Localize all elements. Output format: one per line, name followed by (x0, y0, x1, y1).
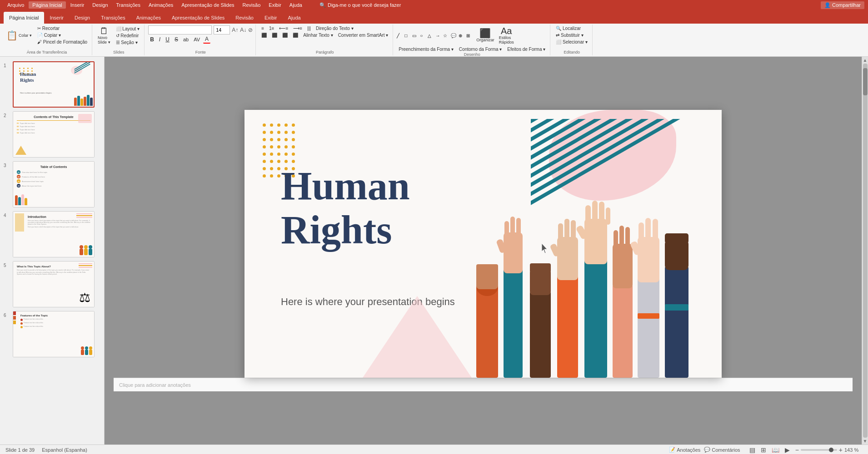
svg-rect-25 (599, 202, 604, 225)
zoom-slider[interactable] (801, 449, 837, 451)
tab-animacoes[interactable]: Animações (131, 12, 166, 24)
shape-rounded[interactable]: ▭ (412, 33, 419, 38)
shape-callout[interactable]: 💬 (451, 33, 458, 38)
increase-indent-button[interactable]: ⟶≡ (291, 25, 304, 31)
outline-button[interactable]: Contorno da Forma ▾ (457, 46, 504, 52)
slide-thumb-6[interactable]: 6 Features of the Topic Feature text her… (0, 310, 104, 358)
new-slide-button[interactable]: 🗒 NovoSlide ▾ (96, 25, 112, 45)
tab-exibir[interactable]: Exibir (259, 12, 283, 24)
effects-button[interactable]: Efeitos de Forma ▾ (505, 46, 547, 52)
shape-line[interactable]: ╱ (397, 33, 404, 38)
menu-inserir[interactable]: Inserir (67, 1, 88, 9)
menu-arquivo[interactable]: Arquivo (4, 1, 28, 9)
cut-button[interactable]: ✂ Recortar (35, 25, 89, 31)
shape-rect[interactable]: □ (404, 33, 412, 38)
menu-apresentacao[interactable]: Apresentação de Slides (178, 1, 238, 9)
shape-tri[interactable]: △ (428, 33, 435, 38)
comments-toggle[interactable]: 💬 Comentários (704, 447, 740, 453)
menu-design[interactable]: Design (89, 1, 111, 9)
slide-title[interactable]: Human Rights (281, 164, 410, 252)
svg-rect-33 (625, 227, 630, 248)
strikethrough-button[interactable]: S (173, 36, 180, 43)
bold-button[interactable]: B (148, 36, 156, 43)
slide-thumb-2[interactable]: 2 Contents of This Template 01Topic titl… (0, 110, 104, 158)
zoom-bar: − + 143 % (795, 446, 863, 454)
text-direction-button[interactable]: Direção do Texto ▾ (314, 25, 355, 31)
shadow-button[interactable]: ab (181, 36, 190, 43)
tab-transicoes[interactable]: Transições (95, 12, 130, 24)
menu-revisao[interactable]: Revisão (239, 1, 264, 9)
shape-more[interactable]: ⊕ (459, 33, 466, 38)
share-button[interactable]: 👤 Compartilhar (821, 1, 864, 9)
tab-inserir[interactable]: Inserir (44, 12, 69, 24)
align-right-button[interactable]: ⬛ (280, 32, 289, 38)
shape-extra[interactable]: ⊞ (466, 33, 474, 38)
align-text-button[interactable]: Alinhar Texto ▾ (301, 32, 334, 38)
arrange-button[interactable]: ⬛ Organizar (474, 28, 496, 43)
normal-view-btn[interactable]: ▤ (748, 446, 757, 454)
font-color-button[interactable]: A (203, 35, 210, 44)
zoom-out-btn[interactable]: − (795, 446, 799, 454)
font-name-input[interactable] (148, 25, 212, 35)
presenter-view-btn[interactable]: ▶ (783, 446, 792, 454)
tab-apresentacao[interactable]: Apresentação de Slides (166, 12, 230, 24)
tab-revisao[interactable]: Revisão (230, 12, 259, 24)
shape-arrow[interactable]: → (435, 33, 443, 38)
italic-button[interactable]: I (157, 36, 162, 43)
menu-pagina-inicial[interactable]: Página Inicial (29, 1, 65, 9)
align-center-button[interactable]: ⬛ (270, 32, 279, 38)
slide-thumb-1[interactable]: 1 HumanRights Here is where you (0, 60, 104, 109)
copy-button[interactable]: 📄 Copiar ▾ (35, 32, 89, 38)
reset-button[interactable]: ↺ Redefinir (114, 33, 142, 39)
font-increase-btn[interactable]: A↑ (232, 27, 238, 33)
find-button[interactable]: 🔍 Localizar (554, 25, 589, 31)
slide-sorter-btn[interactable]: ⊞ (759, 446, 768, 454)
select-button[interactable]: ⬜ Selecionar ▾ (554, 39, 589, 45)
menu-transicoes[interactable]: Transições (113, 1, 144, 9)
bullets-button[interactable]: ≡ (259, 25, 266, 31)
decrease-indent-button[interactable]: ⟵≡ (277, 25, 290, 31)
menu-animacoes[interactable]: Animações (145, 1, 177, 9)
scroll-thumb[interactable] (863, 64, 868, 438)
font-decrease-btn[interactable]: A↓ (240, 27, 246, 33)
canvas-area[interactable]: Human Rights Here is where your presenta… (105, 57, 862, 444)
zoom-in-btn[interactable]: + (839, 446, 843, 454)
svg-rect-27 (585, 222, 607, 231)
slide-panel[interactable]: 1 HumanRights Here is where you (0, 57, 105, 444)
slide-thumb-4[interactable]: 4 Introduction Here you have a brief des… (0, 210, 104, 258)
right-scrollbar[interactable]: ▲ ▼ (862, 57, 868, 444)
scroll-up-btn[interactable]: ▲ (863, 58, 868, 63)
layout-button[interactable]: ⬜ Layout ▾ (114, 26, 142, 32)
notes-area[interactable]: Clique para adicionar anotações (114, 378, 853, 391)
numbering-button[interactable]: 1≡ (267, 25, 276, 31)
smartart-button[interactable]: Converter em SmartArt ▾ (336, 32, 390, 38)
justify-button[interactable]: ⬛ (291, 32, 300, 38)
notes-toggle[interactable]: 📝 Anotações (669, 447, 700, 453)
align-left-button[interactable]: ⬛ (259, 32, 269, 38)
tab-ajuda[interactable]: Ajuda (283, 12, 306, 24)
shape-circle[interactable]: ○ (420, 33, 427, 38)
shape-star[interactable]: ☆ (443, 33, 450, 38)
columns-button[interactable]: ||| (305, 25, 313, 31)
format-painter-button[interactable]: 🖌 Pincel de Formatação (35, 39, 89, 45)
slide-thumb-3[interactable]: 3 Table of Contents 01 Overview text her… (0, 160, 104, 208)
underline-button[interactable]: U (164, 36, 171, 43)
slide-thumb-5[interactable]: 5 What Is This Topic About? Here you nee… (0, 260, 104, 308)
spacing-button[interactable]: AV (192, 36, 202, 43)
menu-search[interactable]: 🔍 Diga-me o que você deseja fazer (316, 1, 404, 9)
main-slide[interactable]: Human Rights Here is where your presenta… (244, 110, 722, 378)
fill-button[interactable]: Preenchimento da Forma ▾ (397, 46, 455, 52)
tab-design[interactable]: Design (69, 12, 95, 24)
scroll-down-btn[interactable]: ▼ (863, 439, 868, 444)
slide-num-1: 1 (4, 63, 10, 68)
quick-styles-button[interactable]: Aa EstilosRápidos (497, 25, 516, 45)
paste-button[interactable]: 📋 Colar ▾ (5, 30, 34, 41)
tab-pagina-inicial[interactable]: Página Inicial (4, 12, 44, 24)
menu-ajuda[interactable]: Ajuda (286, 1, 306, 9)
replace-button[interactable]: ⇄ Substituir ▾ (554, 32, 589, 38)
clear-format-btn[interactable]: ⊘ (248, 27, 253, 33)
section-button[interactable]: ☰ Seção ▾ (114, 39, 142, 45)
menu-exibir[interactable]: Exibir (265, 1, 285, 9)
reading-view-btn[interactable]: 📖 (770, 446, 781, 454)
font-size-input[interactable] (214, 25, 230, 35)
